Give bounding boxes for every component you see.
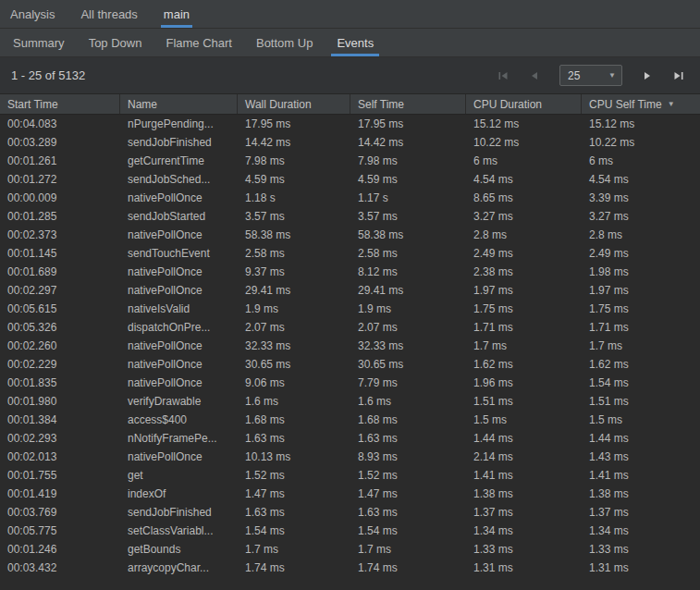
cell-cpu-duration: 4.54 ms bbox=[466, 173, 582, 186]
cell-cpu-self-time: 1.38 ms bbox=[582, 487, 700, 500]
table-row[interactable]: 00:01.980verifyDrawable1.6 ms1.6 ms1.51 … bbox=[0, 392, 700, 411]
cell-self-time: 1.17 s bbox=[350, 191, 466, 204]
cell-cpu-self-time: 1.44 ms bbox=[582, 432, 700, 445]
table-row[interactable]: 00:01.689nativePollOnce9.37 ms8.12 ms2.3… bbox=[0, 263, 700, 281]
page-size-dropdown[interactable]: 25 ▼ bbox=[559, 65, 622, 86]
analysis-tab-bar: Summary Top Down Flame Chart Bottom Up E… bbox=[0, 29, 700, 57]
cell-name: arraycopyChar... bbox=[120, 561, 238, 574]
table-row[interactable]: 00:01.835nativePollOnce9.06 ms7.79 ms1.9… bbox=[0, 374, 700, 392]
cell-self-time: 7.98 ms bbox=[350, 154, 466, 167]
first-page-icon bbox=[497, 69, 510, 82]
cell-name: sendJobStarted bbox=[120, 210, 238, 223]
column-header-wall-duration[interactable]: Wall Duration bbox=[238, 94, 350, 114]
column-header-start-time[interactable]: Start Time bbox=[0, 94, 120, 114]
previous-page-button[interactable] bbox=[524, 66, 545, 86]
column-header-label: Self Time bbox=[358, 98, 404, 111]
chevron-down-icon: ▼ bbox=[608, 71, 621, 80]
cell-cpu-duration: 1.5 ms bbox=[466, 413, 582, 426]
cell-start-time: 00:01.384 bbox=[0, 413, 120, 426]
table-row[interactable]: 00:02.297nativePollOnce29.41 ms29.41 ms1… bbox=[0, 281, 700, 300]
table-row[interactable]: 00:02.373nativePollOnce58.38 ms58.38 ms2… bbox=[0, 226, 700, 244]
cell-self-time: 29.41 ms bbox=[350, 284, 466, 297]
last-page-button[interactable] bbox=[669, 66, 689, 86]
tab-bottom-up[interactable]: Bottom Up bbox=[251, 29, 318, 56]
table-row[interactable]: 00:02.013nativePollOnce10.13 ms8.93 ms2.… bbox=[0, 448, 700, 466]
table-row[interactable]: 00:05.775setClassVariabl...1.54 ms1.54 m… bbox=[0, 522, 700, 540]
table-row[interactable]: 00:03.769sendJobFinished1.63 ms1.63 ms1.… bbox=[0, 503, 700, 522]
cell-wall-duration: 10.13 ms bbox=[238, 450, 350, 463]
cell-name: indexOf bbox=[120, 487, 238, 500]
column-header-name[interactable]: Name bbox=[120, 94, 238, 114]
cell-cpu-self-time: 1.75 ms bbox=[582, 302, 700, 315]
column-header-label: CPU Self Time bbox=[589, 98, 662, 111]
cell-start-time: 00:05.775 bbox=[0, 524, 120, 537]
table-row[interactable]: 00:05.326dispatchOnPre...2.07 ms2.07 ms1… bbox=[0, 318, 700, 337]
cell-start-time: 00:03.769 bbox=[0, 506, 120, 519]
table-row[interactable]: 00:01.261getCurrentTime7.98 ms7.98 ms6 m… bbox=[0, 152, 700, 170]
cell-cpu-self-time: 2.8 ms bbox=[582, 228, 700, 241]
column-header-label: CPU Duration bbox=[473, 98, 542, 111]
column-header-self-time[interactable]: Self Time bbox=[350, 94, 466, 114]
table-row[interactable]: 00:00.009nativePollOnce1.18 s1.17 s8.65 … bbox=[0, 189, 700, 207]
cell-wall-duration: 1.7 ms bbox=[238, 543, 350, 556]
cell-wall-duration: 9.06 ms bbox=[238, 376, 350, 389]
sort-desc-icon: ▼ bbox=[668, 100, 675, 108]
cell-self-time: 1.9 ms bbox=[350, 302, 466, 315]
cell-name: sendTouchEvent bbox=[120, 247, 238, 260]
cell-cpu-duration: 2.49 ms bbox=[466, 247, 582, 260]
cell-cpu-self-time: 1.31 ms bbox=[582, 561, 700, 574]
cell-start-time: 00:01.261 bbox=[0, 154, 120, 167]
cell-name: nativePollOnce bbox=[120, 265, 238, 278]
tab-analysis[interactable]: Analysis bbox=[7, 0, 57, 28]
cell-cpu-duration: 10.22 ms bbox=[466, 136, 582, 149]
cell-cpu-self-time: 1.71 ms bbox=[582, 321, 700, 334]
table-row[interactable]: 00:03.432arraycopyChar...1.74 ms1.74 ms1… bbox=[0, 559, 700, 577]
tab-top-down[interactable]: Top Down bbox=[83, 29, 148, 56]
column-header-cpu-duration[interactable]: CPU Duration bbox=[466, 94, 582, 114]
table-row[interactable]: 00:01.285sendJobStarted3.57 ms3.57 ms3.2… bbox=[0, 207, 700, 226]
cell-self-time: 1.74 ms bbox=[350, 561, 466, 574]
tab-main[interactable]: main bbox=[161, 0, 192, 28]
table-row[interactable]: 00:01.755get1.52 ms1.52 ms1.41 ms1.41 ms bbox=[0, 466, 700, 485]
table-row[interactable]: 00:01.384access$4001.68 ms1.68 ms1.5 ms1… bbox=[0, 411, 700, 429]
table-row[interactable]: 00:01.419indexOf1.47 ms1.47 ms1.38 ms1.3… bbox=[0, 485, 700, 503]
next-page-button[interactable] bbox=[637, 66, 657, 86]
cell-wall-duration: 32.33 ms bbox=[238, 339, 350, 352]
cell-wall-duration: 1.74 ms bbox=[238, 561, 350, 574]
cell-start-time: 00:03.432 bbox=[0, 561, 120, 574]
cell-start-time: 00:02.229 bbox=[0, 358, 120, 371]
cell-self-time: 2.58 ms bbox=[350, 247, 466, 260]
table-row[interactable]: 00:03.289sendJobFinished14.42 ms14.42 ms… bbox=[0, 133, 700, 152]
cell-self-time: 17.95 ms bbox=[350, 117, 466, 130]
table-row[interactable]: 00:02.293nNotifyFramePe...1.63 ms1.63 ms… bbox=[0, 429, 700, 448]
tab-events[interactable]: Events bbox=[331, 29, 379, 56]
cell-start-time: 00:04.083 bbox=[0, 117, 120, 130]
table-row[interactable]: 00:02.229nativePollOnce30.65 ms30.65 ms1… bbox=[0, 355, 700, 374]
table-row[interactable]: 00:01.145sendTouchEvent2.58 ms2.58 ms2.4… bbox=[0, 244, 700, 263]
tab-all-threads[interactable]: All threads bbox=[78, 0, 140, 28]
previous-page-icon bbox=[528, 69, 541, 82]
column-header-cpu-self-time[interactable]: CPU Self Time▼ bbox=[582, 94, 700, 114]
cell-wall-duration: 1.54 ms bbox=[238, 524, 350, 537]
tab-flame-chart[interactable]: Flame Chart bbox=[160, 29, 238, 56]
cell-name: verifyDrawable bbox=[120, 395, 238, 408]
cell-start-time: 00:01.835 bbox=[0, 376, 120, 389]
first-page-button[interactable] bbox=[493, 66, 513, 86]
table-row[interactable]: 00:02.260nativePollOnce32.33 ms32.33 ms1… bbox=[0, 337, 700, 355]
cell-cpu-self-time: 1.51 ms bbox=[582, 395, 700, 408]
table-row[interactable]: 00:04.083nPurgePending...17.95 ms17.95 m… bbox=[0, 115, 700, 133]
cell-name: dispatchOnPre... bbox=[120, 321, 238, 334]
cell-wall-duration: 2.58 ms bbox=[238, 247, 350, 260]
table-row[interactable]: 00:05.615nativeIsValid1.9 ms1.9 ms1.75 m… bbox=[0, 300, 700, 318]
tab-summary[interactable]: Summary bbox=[7, 29, 70, 56]
cell-wall-duration: 14.42 ms bbox=[238, 136, 350, 149]
cell-start-time: 00:05.326 bbox=[0, 321, 120, 334]
cell-name: getCurrentTime bbox=[120, 154, 238, 167]
cell-cpu-duration: 1.62 ms bbox=[466, 358, 582, 371]
table-row[interactable]: 00:01.272sendJobSched...4.59 ms4.59 ms4.… bbox=[0, 170, 700, 189]
cell-cpu-self-time: 1.43 ms bbox=[582, 450, 700, 463]
cell-name: nativePollOnce bbox=[120, 358, 238, 371]
cell-cpu-duration: 8.65 ms bbox=[466, 191, 582, 204]
cell-wall-duration: 1.9 ms bbox=[238, 302, 350, 315]
table-row[interactable]: 00:01.246getBounds1.7 ms1.7 ms1.33 ms1.3… bbox=[0, 540, 700, 559]
